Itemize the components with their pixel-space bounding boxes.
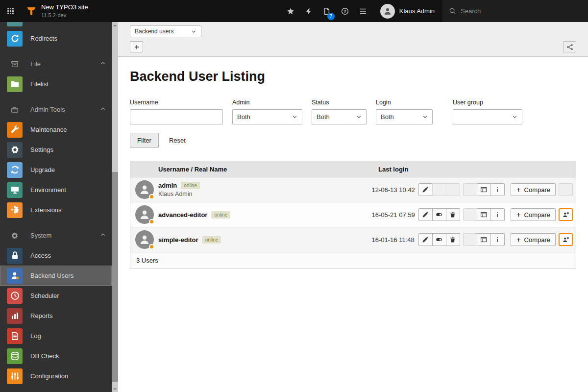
online-badge: online bbox=[211, 211, 230, 219]
share-icon bbox=[566, 44, 573, 50]
info-button[interactable] bbox=[490, 233, 505, 246]
opened-documents-button[interactable]: 7 bbox=[318, 0, 336, 22]
sidebar-item-backend-users[interactable]: Backend Users bbox=[0, 266, 112, 286]
busers-icon bbox=[10, 271, 20, 280]
status-filter-select[interactable]: Both bbox=[312, 109, 367, 124]
filter-form: Username Admin Both Status Both bbox=[130, 99, 576, 124]
modulemenu-toggle-button[interactable] bbox=[0, 0, 21, 22]
opened-documents-badge: 7 bbox=[327, 13, 335, 20]
reset-button[interactable]: Reset bbox=[163, 133, 192, 148]
filter-button[interactable]: Filter bbox=[130, 133, 159, 148]
system-information-button[interactable] bbox=[354, 0, 372, 22]
delete-button-disabled bbox=[446, 183, 460, 196]
sidebar-item-hidden-module[interactable] bbox=[0, 22, 112, 28]
sidebar-section-system[interactable]: System bbox=[0, 225, 112, 245]
login-filter-label: Login bbox=[376, 99, 433, 106]
sidebar-item-configuration[interactable]: Configuration bbox=[0, 366, 112, 386]
sidebar-item-environment[interactable]: Environment bbox=[0, 180, 112, 200]
edit-button[interactable] bbox=[418, 208, 433, 221]
pencil-icon bbox=[422, 236, 429, 243]
sidebar-item-label: Backend Users bbox=[30, 272, 74, 279]
show-records-button[interactable] bbox=[477, 208, 491, 221]
chevron-down-icon bbox=[422, 114, 428, 120]
sidebar-section-file[interactable]: File bbox=[0, 54, 112, 74]
edit-button[interactable] bbox=[418, 233, 433, 246]
compare-button[interactable]: Compare bbox=[511, 208, 556, 221]
info-button[interactable] bbox=[490, 208, 505, 221]
module-menu: RedirectsFileFilelistAdmin ToolsMaintena… bbox=[0, 22, 112, 392]
switch-user-button[interactable] bbox=[559, 208, 573, 221]
sidebar-section-label: Admin Tools bbox=[30, 106, 65, 113]
edit-button[interactable] bbox=[418, 183, 433, 196]
share-button[interactable] bbox=[563, 41, 576, 52]
sidebar-item-redirects[interactable]: Redirects bbox=[0, 28, 112, 49]
sidebar-item-log[interactable]: Log bbox=[0, 326, 112, 346]
dbcheck-icon bbox=[10, 351, 20, 361]
sidebar-section-admin-tools[interactable]: Admin Tools bbox=[0, 99, 112, 120]
sidebar-item-access[interactable]: Access bbox=[0, 245, 112, 266]
compare-button[interactable]: Compare bbox=[511, 183, 556, 196]
gear-icon bbox=[11, 232, 19, 240]
sidebar-item-scheduler[interactable]: Scheduler bbox=[0, 286, 112, 306]
scroll-up-button[interactable] bbox=[112, 22, 118, 29]
info-button[interactable] bbox=[490, 183, 505, 196]
scrollbar-thumb[interactable] bbox=[112, 172, 118, 382]
row-actions: Compare bbox=[418, 208, 576, 221]
chevron-down-icon bbox=[512, 114, 517, 120]
info-icon bbox=[494, 211, 501, 218]
person-icon bbox=[383, 7, 392, 16]
scroll-down-button[interactable] bbox=[112, 385, 118, 392]
login-filter-select[interactable]: Both bbox=[376, 109, 433, 124]
sidebar-item-label: Extensions bbox=[30, 206, 62, 214]
delete-button[interactable] bbox=[446, 233, 460, 246]
bolt-icon bbox=[305, 7, 313, 15]
admin-filter-value: Both bbox=[237, 113, 250, 121]
toggle-visibility-button-disabled bbox=[432, 183, 446, 196]
help-button[interactable]: ? bbox=[336, 0, 354, 22]
module-function-value: Backend users bbox=[135, 28, 173, 35]
module-function-select[interactable]: Backend users bbox=[130, 25, 201, 37]
trash-icon bbox=[449, 236, 456, 243]
sliders-icon bbox=[10, 371, 20, 381]
new-record-button[interactable] bbox=[130, 41, 143, 52]
folder-icon bbox=[10, 79, 20, 89]
bookmarks-button[interactable] bbox=[282, 0, 300, 22]
username-text: simple-editor bbox=[158, 236, 198, 244]
user-menu[interactable]: Klaus Admin bbox=[372, 0, 442, 22]
row-actions: Compare bbox=[418, 183, 576, 196]
compare-button[interactable]: Compare bbox=[511, 233, 556, 246]
sidebar-item-settings[interactable]: Settings bbox=[0, 140, 112, 160]
wrench-icon bbox=[10, 125, 20, 134]
archive-icon bbox=[11, 60, 19, 68]
username-filter-input[interactable] bbox=[130, 109, 223, 124]
delete-button[interactable] bbox=[446, 208, 460, 221]
sidebar-scrollbar[interactable] bbox=[112, 22, 118, 392]
switch-user-button[interactable] bbox=[559, 233, 573, 246]
show-records-button[interactable] bbox=[477, 233, 491, 246]
real-name: Klaus Admin bbox=[158, 191, 372, 197]
search-input[interactable] bbox=[461, 7, 582, 15]
toggle-visibility-button[interactable] bbox=[432, 233, 446, 246]
sidebar-item-db-check[interactable]: DB Check bbox=[0, 346, 112, 366]
sidebar-item-maintenance[interactable]: Maintenance bbox=[0, 120, 112, 140]
sidebar-item-label: Settings bbox=[30, 146, 53, 153]
sidebar-item-upgrade[interactable]: Upgrade bbox=[0, 160, 112, 180]
show-records-button[interactable] bbox=[477, 183, 491, 196]
user-avatar bbox=[130, 230, 158, 249]
listdetail-icon bbox=[480, 236, 487, 243]
admin-filter-select[interactable]: Both bbox=[232, 109, 302, 124]
login-filter-value: Both bbox=[381, 113, 394, 121]
monitor-icon bbox=[10, 185, 20, 195]
pencil-icon bbox=[422, 211, 429, 218]
toggle-visibility-button[interactable] bbox=[432, 208, 446, 221]
table-header: Username / Real Name Last login bbox=[130, 161, 576, 177]
site-title: New TYPO3 site bbox=[41, 3, 88, 12]
sidebar-item-extensions[interactable]: Extensions bbox=[0, 200, 112, 220]
sidebar-item-label: Scheduler bbox=[30, 292, 59, 299]
sidebar-item-filelist[interactable]: Filelist bbox=[0, 74, 112, 94]
usergroup-filter-select[interactable] bbox=[453, 109, 522, 124]
bars-icon bbox=[10, 22, 20, 23]
clear-cache-button[interactable] bbox=[300, 0, 318, 22]
sidebar-item-label: Reports bbox=[30, 312, 53, 319]
sidebar-item-reports[interactable]: Reports bbox=[0, 306, 112, 326]
